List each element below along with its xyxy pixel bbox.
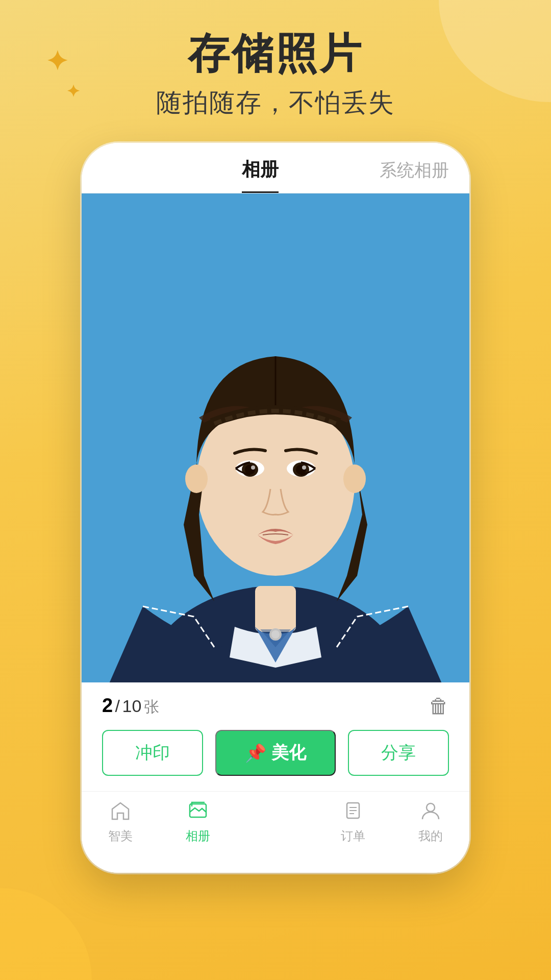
photo-container: 2 / 10 张 🗑 冲印 📌 美化 分享 xyxy=(82,193,469,791)
portrait-photo xyxy=(82,193,469,682)
pin-icon: 📌 xyxy=(245,743,266,763)
svg-rect-2 xyxy=(255,586,296,632)
tab-album[interactable]: 相册 xyxy=(242,157,279,193)
share-button[interactable]: 分享 xyxy=(348,730,449,776)
svg-point-10 xyxy=(251,465,255,470)
nav-label-home: 智美 xyxy=(108,828,133,844)
nav-label-mine: 我的 xyxy=(418,828,443,844)
tab-system-album[interactable]: 系统相册 xyxy=(380,159,449,191)
nav-label-orders: 订单 xyxy=(341,828,365,844)
svg-point-16 xyxy=(343,464,366,493)
photo-count-total: 10 xyxy=(122,696,142,716)
page-title: 存储照片 xyxy=(0,31,551,77)
svg-point-4 xyxy=(271,630,280,639)
album-icon xyxy=(188,801,208,824)
phone-mockup: 相册 系统相册 xyxy=(82,143,469,873)
nav-label-album: 相册 xyxy=(186,828,210,844)
bottom-nav: 智美 相册 xyxy=(82,791,469,873)
nav-item-album[interactable]: 相册 xyxy=(159,801,237,844)
mine-icon xyxy=(420,801,441,824)
beautify-button[interactable]: 📌 美化 xyxy=(215,730,336,776)
decorative-blob-bottom xyxy=(0,888,92,980)
photo-count-display: 2 / 10 张 xyxy=(102,695,159,718)
phone-screen: 相册 系统相册 xyxy=(82,143,469,873)
delete-icon[interactable]: 🗑 xyxy=(429,695,449,718)
home-icon xyxy=(110,801,131,824)
nav-item-home[interactable]: 智美 xyxy=(82,801,159,844)
photo-count-unit: 张 xyxy=(144,698,159,715)
nav-item-orders[interactable]: 订单 xyxy=(314,801,392,844)
nav-item-mine[interactable]: 我的 xyxy=(392,801,469,844)
beautify-label: 美化 xyxy=(271,741,306,765)
orders-icon xyxy=(343,801,363,824)
photo-count-row: 2 / 10 张 🗑 xyxy=(102,695,449,718)
svg-point-24 xyxy=(427,803,435,812)
photo-wrapper[interactable] xyxy=(82,193,469,682)
print-button[interactable]: 冲印 xyxy=(102,730,203,776)
screen-header: 相册 系统相册 xyxy=(82,143,469,193)
controls-area: 2 / 10 张 🗑 冲印 📌 美化 分享 xyxy=(82,682,469,791)
svg-point-14 xyxy=(302,465,306,470)
action-buttons: 冲印 📌 美化 分享 xyxy=(102,730,449,776)
svg-point-15 xyxy=(185,464,208,493)
photo-count-separator: / xyxy=(115,696,120,716)
hero-section: 存储照片 随拍随存，不怕丢失 xyxy=(0,31,551,120)
page-subtitle: 随拍随存，不怕丢失 xyxy=(0,86,551,120)
portrait-svg xyxy=(82,193,469,682)
photo-count-current: 2 xyxy=(102,695,113,716)
